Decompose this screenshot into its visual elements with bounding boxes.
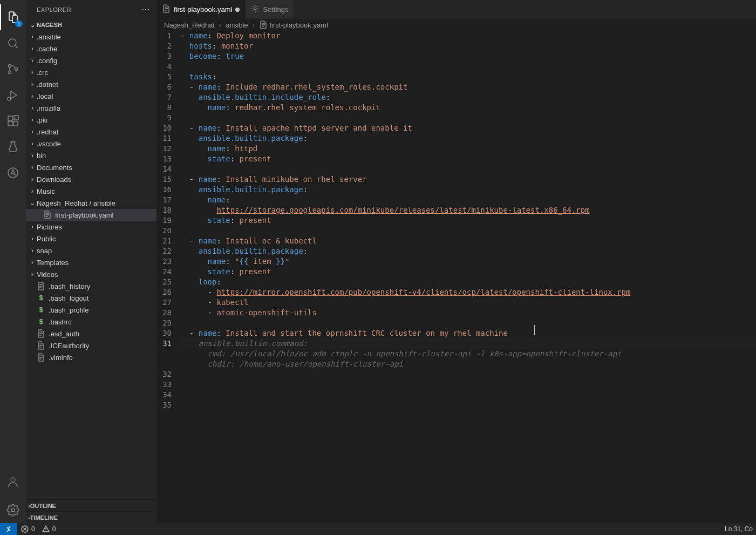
- chevron-right-icon: ›: [28, 140, 37, 147]
- tree-file[interactable]: $.bashrc: [26, 316, 156, 328]
- tree-folder[interactable]: ›snap: [26, 245, 156, 256]
- tree-folder[interactable]: ›Documents: [26, 161, 156, 173]
- editor-tab[interactable]: Settings: [246, 0, 294, 19]
- breadcrumbs[interactable]: Nagesh_Redhat›ansible› first-playbook.ya…: [156, 19, 756, 31]
- editor-tab[interactable]: first-playbook.yaml: [156, 0, 246, 19]
- tree-item-label: Templates: [37, 259, 69, 267]
- tree-folder[interactable]: ›.redhat: [26, 126, 156, 138]
- explorer-more-icon[interactable]: ⋯: [141, 4, 151, 15]
- tree-folder[interactable]: ›.config: [26, 55, 156, 66]
- tree-item-label: .cache: [37, 45, 57, 53]
- code-content[interactable]: - name: Deploy monitor hosts: monitor be…: [180, 31, 756, 523]
- activity-bar: 1: [0, 0, 26, 523]
- tree-folder[interactable]: ›Public: [26, 233, 156, 245]
- file-icon: [37, 282, 45, 290]
- errors-status[interactable]: 0: [17, 525, 38, 533]
- ansible-activity[interactable]: [0, 160, 26, 186]
- tree-item-label: .pki: [37, 116, 47, 124]
- tree-file[interactable]: $.bash_logout: [26, 292, 156, 304]
- svg-point-12: [11, 509, 15, 512]
- tab-bar: first-playbook.yamlSettings: [156, 0, 756, 19]
- tree-item-label: Videos: [37, 270, 58, 279]
- file-icon: [43, 211, 52, 219]
- outline-section[interactable]: › OUTLINE: [26, 499, 156, 511]
- cursor-position[interactable]: Ln 31, Co: [721, 525, 756, 533]
- remote-indicator[interactable]: [0, 523, 17, 535]
- breadcrumb-item[interactable]: first-playbook.yaml: [259, 21, 328, 29]
- tree-folder[interactable]: ›Downloads: [26, 173, 156, 185]
- tree-file[interactable]: .bash_history: [26, 280, 156, 292]
- svg-rect-8: [13, 121, 18, 126]
- tree-file[interactable]: .viminfo: [26, 351, 156, 363]
- run-debug-activity[interactable]: [0, 82, 26, 108]
- file-tree[interactable]: ›.ansible›.cache›.config›.crc›.dotnet›.l…: [26, 31, 156, 499]
- tree-item-label: .ICEauthority: [49, 342, 89, 350]
- tree-item-label: .redhat: [37, 128, 58, 136]
- explorer-activity[interactable]: 1: [0, 4, 26, 30]
- tree-item-label: .bashrc: [49, 318, 72, 326]
- status-bar: 0 0 Ln 31, Co: [0, 523, 756, 535]
- svg-point-5: [8, 97, 11, 100]
- tree-folder[interactable]: ›.ansible: [26, 31, 156, 43]
- tree-folder[interactable]: ›Music: [26, 185, 156, 197]
- modified-indicator: [235, 8, 240, 12]
- search-activity[interactable]: [0, 30, 26, 56]
- breadcrumb-item[interactable]: Nagesh_Redhat: [164, 21, 215, 29]
- tree-folder[interactable]: ›.dotnet: [26, 78, 156, 90]
- tree-folder[interactable]: ›bin: [26, 150, 156, 161]
- chevron-right-icon: ›: [28, 80, 37, 88]
- tab-icon: [251, 4, 260, 15]
- tree-folder[interactable]: ›.pki: [26, 114, 156, 126]
- position-label: Ln 31, Co: [725, 525, 753, 533]
- workspace-section[interactable]: ⌄ NAGESH: [26, 19, 156, 31]
- breadcrumb-item[interactable]: ansible: [226, 21, 248, 29]
- code-editor[interactable]: 1234567891011121314151617181920212223242…: [156, 31, 756, 523]
- tree-folder[interactable]: ›.crc: [26, 66, 156, 78]
- editor-area: first-playbook.yamlSettings Nagesh_Redha…: [156, 0, 756, 523]
- tree-item-label: snap: [37, 247, 52, 255]
- workspace-name: NAGESH: [37, 22, 62, 28]
- breadcrumb-sep: ›: [219, 21, 221, 29]
- tab-icon: [162, 4, 171, 15]
- sidebar-title: EXPLORER ⋯: [26, 0, 156, 19]
- tree-item-label: .mozilla: [37, 104, 60, 112]
- chevron-right-icon: ›: [28, 33, 37, 40]
- svg-rect-6: [8, 116, 12, 120]
- chevron-right-icon: ›: [28, 259, 37, 266]
- svg-rect-9: [14, 116, 18, 120]
- tree-folder[interactable]: ›Templates: [26, 256, 156, 268]
- tree-file[interactable]: $.bash_profile: [26, 304, 156, 316]
- tree-file[interactable]: .esd_auth: [26, 328, 156, 340]
- chevron-right-icon: ›: [28, 45, 37, 52]
- timeline-section[interactable]: › TIMELINE: [26, 511, 156, 523]
- chevron-right-icon: ›: [28, 104, 37, 112]
- tree-folder[interactable]: ›.cache: [26, 43, 156, 55]
- tree-folder[interactable]: ›Videos: [26, 268, 156, 280]
- file-icon: $: [37, 318, 45, 326]
- sidebar: EXPLORER ⋯ ⌄ NAGESH ›.ansible›.cache›.co…: [26, 0, 156, 523]
- tree-item-label: bin: [37, 152, 46, 160]
- chevron-right-icon: ›: [28, 69, 37, 76]
- chevron-right-icon: ›: [28, 92, 37, 100]
- tree-folder[interactable]: ⌄Nagesh_Redhat / ansible: [26, 197, 156, 209]
- tree-item-label: first-playbook.yaml: [55, 211, 113, 219]
- svg-point-3: [9, 71, 11, 74]
- tree-folder[interactable]: ›Pictures: [26, 221, 156, 233]
- testing-activity[interactable]: [0, 134, 26, 160]
- tree-file[interactable]: .ICEauthority: [26, 340, 156, 351]
- tree-item-label: Public: [37, 235, 56, 243]
- svg-point-2: [9, 65, 11, 67]
- source-control-activity[interactable]: [0, 56, 26, 82]
- tree-folder[interactable]: ›.vscode: [26, 138, 156, 150]
- chevron-down-icon: ⌄: [28, 22, 37, 29]
- settings-activity[interactable]: [0, 497, 26, 523]
- chevron-right-icon: ›: [28, 128, 37, 136]
- outline-label: OUTLINE: [30, 503, 56, 509]
- tree-file[interactable]: first-playbook.yaml: [26, 209, 156, 221]
- extensions-activity[interactable]: [0, 108, 26, 134]
- warnings-status[interactable]: 0: [38, 525, 59, 533]
- accounts-activity[interactable]: [0, 469, 26, 495]
- tree-folder[interactable]: ›.local: [26, 90, 156, 102]
- tree-folder[interactable]: ›.mozilla: [26, 102, 156, 114]
- svg-point-4: [15, 68, 18, 71]
